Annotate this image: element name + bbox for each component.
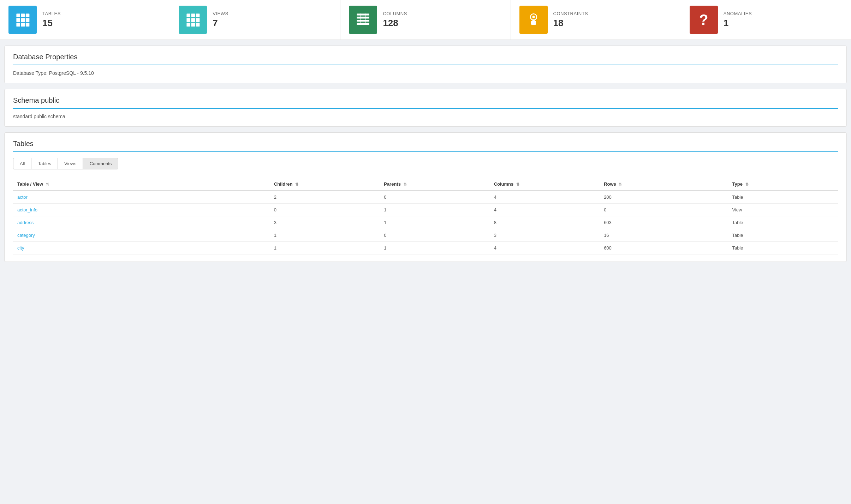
table-body: actor 2 0 4 200 Table actor_info 0 1 4 0…: [13, 191, 838, 254]
cell-name-0: actor: [13, 191, 270, 204]
stat-card-tables[interactable]: TABLES 15: [0, 0, 170, 40]
col-header-parents[interactable]: Parents ⇅: [380, 178, 489, 191]
cell-rows-0: 200: [600, 191, 728, 204]
views-icon: [179, 6, 207, 34]
table-row: actor_info 0 1 4 0 View: [13, 204, 838, 216]
cell-children-4: 1: [270, 242, 380, 254]
sort-icon-rows: ⇅: [619, 182, 622, 187]
cell-rows-1: 0: [600, 204, 728, 216]
cell-type-3: Table: [728, 229, 838, 242]
link-actor_info[interactable]: actor_info: [17, 207, 37, 212]
cell-parents-4: 1: [380, 242, 489, 254]
svg-rect-0: [16, 13, 20, 17]
table-header-row: Table / View ⇅ Children ⇅ Parents ⇅ Colu…: [13, 178, 838, 191]
cell-type-0: Table: [728, 191, 838, 204]
svg-rect-13: [191, 18, 195, 22]
views-value: 7: [213, 18, 228, 29]
tables-value: 15: [42, 18, 61, 29]
columns-value: 128: [383, 18, 407, 29]
cell-name-4: city: [13, 242, 270, 254]
stat-card-anomalies[interactable]: ? ANOMALIES 1: [681, 0, 851, 40]
svg-rect-5: [26, 18, 30, 22]
svg-rect-14: [196, 18, 200, 22]
cell-parents-3: 0: [380, 229, 489, 242]
tables-section-title: Tables: [13, 140, 838, 152]
cell-children-2: 3: [270, 216, 380, 229]
svg-rect-17: [196, 23, 200, 27]
tables-info: TABLES 15: [42, 11, 61, 29]
svg-rect-19: [357, 17, 369, 18]
svg-rect-7: [21, 23, 25, 27]
table-header: Table / View ⇅ Children ⇅ Parents ⇅ Colu…: [13, 178, 838, 191]
filter-tab-tables[interactable]: Tables: [31, 158, 58, 169]
sort-icon-type: ⇅: [745, 182, 749, 187]
col-header-columns[interactable]: Columns ⇅: [490, 178, 600, 191]
svg-rect-8: [26, 23, 30, 27]
filter-tab-views[interactable]: Views: [58, 158, 83, 169]
constraints-value: 18: [553, 18, 588, 29]
link-address[interactable]: address: [17, 220, 34, 225]
cell-rows-4: 600: [600, 242, 728, 254]
table-row: address 3 1 8 603 Table: [13, 216, 838, 229]
views-label: VIEWS: [213, 11, 228, 16]
svg-rect-3: [16, 18, 20, 22]
svg-rect-10: [191, 13, 195, 17]
columns-icon: [349, 6, 377, 34]
columns-label: COLUMNS: [383, 11, 407, 16]
constraints-label: CONSTRAINTS: [553, 11, 588, 16]
svg-rect-16: [191, 23, 195, 27]
constraints-info: CONSTRAINTS 18: [553, 11, 588, 29]
link-category[interactable]: category: [17, 233, 35, 238]
link-city[interactable]: city: [17, 245, 24, 251]
link-actor[interactable]: actor: [17, 194, 28, 200]
db-properties-title: Database Properties: [13, 53, 838, 65]
anomalies-info: ANOMALIES 1: [724, 11, 752, 29]
filter-tabs: All Tables Views Comments: [13, 158, 838, 169]
stat-card-columns[interactable]: COLUMNS 128: [340, 0, 511, 40]
table-row: city 1 1 4 600 Table: [13, 242, 838, 254]
col-header-type[interactable]: Type ⇅: [728, 178, 838, 191]
schema-content: standard public schema: [13, 114, 838, 119]
anomalies-icon: ?: [690, 6, 718, 34]
svg-rect-21: [357, 23, 369, 25]
cell-columns-3: 3: [490, 229, 600, 242]
filter-tab-comments[interactable]: Comments: [83, 158, 118, 169]
columns-info: COLUMNS 128: [383, 11, 407, 29]
sort-icon-children: ⇅: [295, 182, 298, 187]
cell-name-1: actor_info: [13, 204, 270, 216]
table-row: actor 2 0 4 200 Table: [13, 191, 838, 204]
cell-children-1: 0: [270, 204, 380, 216]
filter-tab-all[interactable]: All: [13, 158, 31, 169]
table-row: category 1 0 3 16 Table: [13, 229, 838, 242]
cell-columns-4: 4: [490, 242, 600, 254]
cell-parents-2: 1: [380, 216, 489, 229]
cell-type-2: Table: [728, 216, 838, 229]
cell-columns-0: 4: [490, 191, 600, 204]
svg-rect-9: [187, 13, 191, 17]
cell-children-0: 2: [270, 191, 380, 204]
col-header-table-view[interactable]: Table / View ⇅: [13, 178, 270, 191]
stat-card-constraints[interactable]: CONSTRAINTS 18: [511, 0, 681, 40]
tables-section: Tables All Tables Views Comments Table /…: [4, 132, 847, 262]
svg-rect-15: [187, 23, 191, 27]
cell-rows-3: 16: [600, 229, 728, 242]
stats-bar: TABLES 15 VIEWS 7: [0, 0, 851, 40]
tables-label: TABLES: [42, 11, 61, 16]
svg-rect-2: [26, 13, 30, 17]
svg-rect-6: [16, 23, 20, 27]
tables-data-table: Table / View ⇅ Children ⇅ Parents ⇅ Colu…: [13, 178, 838, 254]
col-header-rows[interactable]: Rows ⇅: [600, 178, 728, 191]
cell-type-4: Table: [728, 242, 838, 254]
cell-type-1: View: [728, 204, 838, 216]
sort-icon-columns: ⇅: [516, 182, 519, 187]
cell-columns-1: 4: [490, 204, 600, 216]
constraints-icon: [519, 6, 548, 34]
stat-card-views[interactable]: VIEWS 7: [170, 0, 340, 40]
svg-rect-11: [196, 13, 200, 17]
svg-rect-1: [21, 13, 25, 17]
cell-rows-2: 603: [600, 216, 728, 229]
svg-rect-20: [357, 20, 369, 22]
col-header-children[interactable]: Children ⇅: [270, 178, 380, 191]
anomalies-value: 1: [724, 18, 752, 29]
cell-parents-0: 0: [380, 191, 489, 204]
